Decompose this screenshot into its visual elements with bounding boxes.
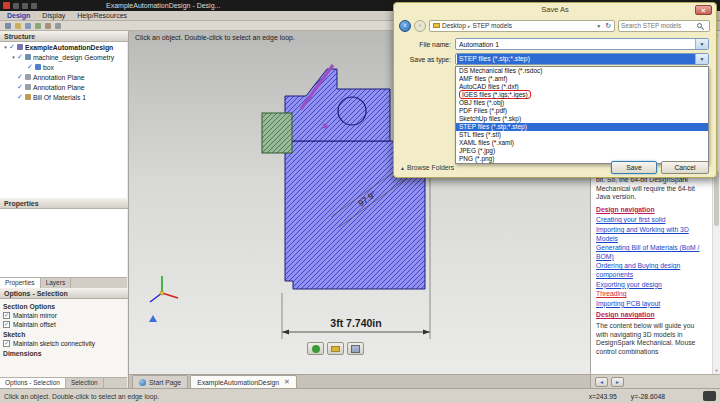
file-type-option-iges[interactable]: IGES files (*.igs;*.iges) [456,91,708,99]
linear-dimension-label[interactable]: 3ft 7.740in [330,317,381,329]
section-hole[interactable] [338,97,366,125]
scrollbar-thumb[interactable] [714,171,719,226]
dialog-footer: ▲ Browse Folders Save Cancel [400,161,709,174]
file-type-option[interactable]: STL files (*.stl) [456,131,708,139]
search-box[interactable] [618,20,710,32]
option-row[interactable]: ✓ Maintain sketch connectivity [3,339,124,348]
quick-access-icon[interactable] [22,3,28,9]
help-paragraph: The content below will guide you with na… [596,322,708,356]
file-type-option[interactable]: PDF Files (*.pdf) [456,107,708,115]
close-icon[interactable]: ✕ [284,378,290,386]
status-corner-icon[interactable] [703,391,716,401]
open-icon[interactable] [15,23,21,29]
save-as-type-combo[interactable]: STEP files (*.stp;*.step) ▼ [455,53,709,65]
help-heading[interactable]: Design navigation [596,311,708,320]
tree-item[interactable]: ✓ Annotation Plane [0,72,127,82]
save-button[interactable]: Save [611,161,657,174]
option-row[interactable]: ✓ Maintain offset [3,320,124,329]
chevron-down-icon[interactable]: ▼ [596,23,601,29]
tab-layers[interactable]: Layers [41,278,72,288]
menu-design[interactable]: Design [7,12,30,19]
file-type-option-step[interactable]: STEP files (*.stp;*.step) [456,123,708,131]
tree-item[interactable]: ✓ box [0,62,127,72]
tree-item[interactable]: ▾ ✓ machine_design Geometry [0,52,127,62]
save-as-type-label: Save as type: [399,56,451,63]
help-link[interactable]: Threading [596,290,708,299]
visibility-check-icon[interactable]: ✓ [17,83,23,91]
scroll-down-icon[interactable]: ▼ [713,368,720,373]
help-link[interactable]: Importing and Working with 3D Models [596,226,708,243]
file-type-option[interactable]: XAML files (*.xaml) [456,139,708,147]
help-link[interactable]: Creating your first solid [596,216,708,225]
selected-type-value: STEP files (*.stp;*.step) [457,54,695,64]
file-name-input[interactable] [456,41,695,48]
help-link[interactable]: Exporting your design [596,281,708,290]
menu-display[interactable]: Display [42,12,65,19]
plane-icon [25,84,31,90]
file-type-option[interactable]: SketchUp files (*.skp) [456,115,708,123]
file-type-option[interactable]: OBJ files (*.obj) [456,99,708,107]
help-link[interactable]: Importing PCB layout [596,300,708,309]
print-icon[interactable] [55,23,61,29]
forward-button[interactable]: › [414,20,426,32]
file-type-option[interactable]: AMF files (*.amf) [456,75,708,83]
quick-access-icon[interactable] [31,3,37,9]
undo-icon[interactable] [35,23,41,29]
visibility-check-icon[interactable]: ✓ [9,43,15,51]
refresh-icon[interactable]: ↻ [605,22,611,30]
option-row[interactable]: ✓ Maintain mirror [3,311,124,320]
file-name-combo[interactable]: ▼ [455,38,709,50]
breadcrumb-item-step-models[interactable]: STEP models [472,22,512,29]
tree-item[interactable]: ✓ Annotation Plane [0,82,127,92]
tab-start-page[interactable]: Start Page [132,375,188,388]
quick-access-icon[interactable] [13,3,19,9]
visibility-check-icon[interactable]: ✓ [27,63,33,71]
tab-options-selection[interactable]: Options - Selection [0,378,66,388]
back-button[interactable]: ‹ [399,20,411,32]
new-icon[interactable] [5,23,11,29]
solid-mode-icon [351,345,360,353]
help-heading[interactable]: Design navigation [596,206,708,215]
file-type-option[interactable]: JPEG (*.jpg) [456,147,708,155]
tab-properties[interactable]: Properties [0,278,41,288]
options-header: Options - Selection [0,288,128,299]
file-type-option[interactable]: DS Mechanical files (*.rsdoc) [456,67,708,75]
cancel-button[interactable]: Cancel [661,161,709,174]
tree-item[interactable]: ✓ Bill Of Materials 1 [0,92,127,102]
solid-mode-button[interactable] [347,342,364,355]
menu-help-resources[interactable]: Help/Resources [77,12,127,19]
checkbox[interactable]: ✓ [3,340,10,347]
section-green-part[interactable] [262,113,292,153]
visibility-check-icon[interactable]: ✓ [17,73,23,81]
help-link[interactable]: Generating Bill of Materials (BoM / BOM) [596,244,708,261]
search-input[interactable] [621,22,697,29]
close-icon[interactable]: ✕ [695,5,712,15]
checkbox[interactable]: ✓ [3,312,10,319]
tab-design-document[interactable]: ExampleAutomationDesign ✕ [190,375,297,388]
breadcrumb-item-desktop[interactable]: Desktop [442,22,466,29]
file-type-option-label: PDF Files (*.pdf) [459,107,507,114]
expander-icon[interactable]: ▾ [2,44,9,50]
browse-folders-button[interactable]: ▲ Browse Folders [400,164,454,171]
search-icon [697,23,702,28]
visibility-check-icon[interactable]: ✓ [17,53,23,61]
tree-item-label: Annotation Plane [33,84,85,91]
help-forward-button[interactable]: ▸ [611,377,624,387]
section-upper-block[interactable] [285,69,390,141]
checkbox[interactable]: ✓ [3,321,10,328]
sketch-mode-button[interactable] [307,342,324,355]
tab-selection[interactable]: Selection [66,378,104,388]
origin-point [160,291,164,295]
tree-item[interactable]: ▾ ✓ ExampleAutomationDesign [0,42,127,52]
chevron-down-icon[interactable]: ▼ [695,54,708,64]
visibility-check-icon[interactable]: ✓ [17,93,23,101]
help-link[interactable]: Ordering and Buying design components [596,262,708,279]
section-mode-button[interactable] [327,342,344,355]
breadcrumb[interactable]: Desktop ▸ STEP models ▼ ↻ [429,20,615,32]
help-back-button[interactable]: ◂ [595,377,608,387]
chevron-down-icon[interactable]: ▼ [695,39,708,49]
redo-icon[interactable] [45,23,51,29]
expander-icon[interactable]: ▾ [10,54,17,60]
save-icon[interactable] [25,23,31,29]
pin-dot [323,124,328,129]
